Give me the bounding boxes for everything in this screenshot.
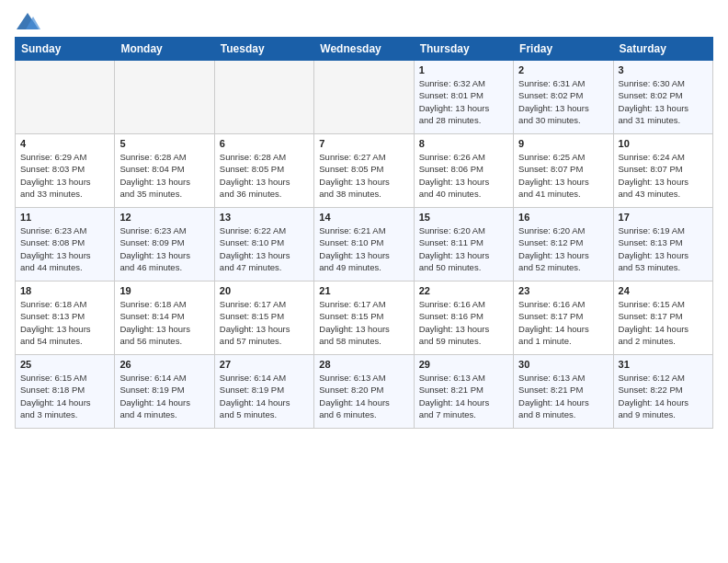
weekday-header-wednesday: Wednesday — [314, 38, 414, 61]
day-number: 18 — [20, 285, 109, 296]
day-info: Sunrise: 6:14 AM Sunset: 8:19 PM Dayligh… — [220, 372, 309, 420]
logo-icon — [15, 11, 40, 33]
calendar-cell: 5Sunrise: 6:28 AM Sunset: 8:04 PM Daylig… — [115, 134, 214, 208]
day-number: 15 — [419, 212, 508, 223]
day-number: 20 — [220, 285, 309, 296]
day-number: 27 — [220, 359, 309, 370]
weekday-header-friday: Friday — [514, 38, 613, 61]
day-info: Sunrise: 6:28 AM Sunset: 8:04 PM Dayligh… — [119, 151, 209, 200]
day-info: Sunrise: 6:29 AM Sunset: 8:03 PM Dayligh… — [20, 151, 109, 200]
day-info: Sunrise: 6:13 AM Sunset: 8:20 PM Dayligh… — [319, 372, 408, 420]
header — [15, 11, 713, 33]
day-info: Sunrise: 6:16 AM Sunset: 8:16 PM Dayligh… — [419, 298, 508, 347]
weekday-header-sunday: Sunday — [16, 38, 115, 61]
logo — [15, 11, 44, 33]
calendar-cell: 29Sunrise: 6:13 AM Sunset: 8:21 PM Dayli… — [414, 355, 513, 429]
day-number: 24 — [619, 285, 708, 296]
calendar-cell: 24Sunrise: 6:15 AM Sunset: 8:17 PM Dayli… — [613, 282, 712, 355]
day-number: 9 — [518, 138, 608, 149]
day-info: Sunrise: 6:21 AM Sunset: 8:10 PM Dayligh… — [319, 224, 408, 273]
day-info: Sunrise: 6:12 AM Sunset: 8:22 PM Dayligh… — [619, 372, 708, 420]
day-info: Sunrise: 6:15 AM Sunset: 8:18 PM Dayligh… — [20, 372, 109, 420]
weekday-header-thursday: Thursday — [414, 38, 513, 61]
calendar-cell: 3Sunrise: 6:30 AM Sunset: 8:02 PM Daylig… — [613, 61, 712, 134]
calendar-table: SundayMondayTuesdayWednesdayThursdayFrid… — [15, 37, 713, 429]
calendar-cell: 15Sunrise: 6:20 AM Sunset: 8:11 PM Dayli… — [414, 208, 513, 282]
day-number: 3 — [619, 64, 708, 75]
day-number: 30 — [518, 359, 608, 370]
day-number: 25 — [20, 359, 109, 370]
calendar-cell: 7Sunrise: 6:27 AM Sunset: 8:05 PM Daylig… — [314, 134, 414, 208]
day-number: 16 — [518, 212, 608, 223]
calendar-week-2: 4Sunrise: 6:29 AM Sunset: 8:03 PM Daylig… — [16, 134, 713, 208]
day-info: Sunrise: 6:28 AM Sunset: 8:05 PM Dayligh… — [220, 151, 309, 200]
day-number: 19 — [119, 285, 209, 296]
calendar-cell: 28Sunrise: 6:13 AM Sunset: 8:20 PM Dayli… — [314, 355, 414, 429]
calendar-cell: 25Sunrise: 6:15 AM Sunset: 8:18 PM Dayli… — [16, 355, 115, 429]
day-info: Sunrise: 6:22 AM Sunset: 8:10 PM Dayligh… — [220, 224, 309, 273]
day-number: 26 — [119, 359, 209, 370]
calendar-cell: 16Sunrise: 6:20 AM Sunset: 8:12 PM Dayli… — [514, 208, 613, 282]
day-number: 7 — [319, 138, 408, 149]
day-number: 11 — [20, 212, 109, 223]
day-number: 6 — [220, 138, 309, 149]
calendar-cell: 21Sunrise: 6:17 AM Sunset: 8:15 PM Dayli… — [314, 282, 414, 355]
day-number: 4 — [20, 138, 109, 149]
day-number: 17 — [619, 212, 708, 223]
day-info: Sunrise: 6:18 AM Sunset: 8:14 PM Dayligh… — [119, 298, 209, 347]
day-info: Sunrise: 6:15 AM Sunset: 8:17 PM Dayligh… — [619, 298, 708, 347]
day-number: 21 — [319, 285, 408, 296]
calendar-cell: 30Sunrise: 6:13 AM Sunset: 8:21 PM Dayli… — [514, 355, 613, 429]
page: SundayMondayTuesdayWednesdayThursdayFrid… — [0, 0, 728, 563]
day-info: Sunrise: 6:23 AM Sunset: 8:08 PM Dayligh… — [20, 224, 109, 273]
day-number: 10 — [619, 138, 708, 149]
calendar-cell: 22Sunrise: 6:16 AM Sunset: 8:16 PM Dayli… — [414, 282, 513, 355]
day-info: Sunrise: 6:23 AM Sunset: 8:09 PM Dayligh… — [119, 224, 209, 273]
calendar-cell: 20Sunrise: 6:17 AM Sunset: 8:15 PM Dayli… — [214, 282, 313, 355]
calendar-cell — [314, 61, 414, 134]
day-number: 29 — [419, 359, 508, 370]
day-info: Sunrise: 6:27 AM Sunset: 8:05 PM Dayligh… — [319, 151, 408, 200]
day-info: Sunrise: 6:26 AM Sunset: 8:06 PM Dayligh… — [419, 151, 508, 200]
weekday-header-monday: Monday — [115, 38, 214, 61]
day-info: Sunrise: 6:32 AM Sunset: 8:01 PM Dayligh… — [419, 77, 508, 126]
day-info: Sunrise: 6:14 AM Sunset: 8:19 PM Dayligh… — [119, 372, 209, 420]
day-number: 22 — [419, 285, 508, 296]
day-info: Sunrise: 6:17 AM Sunset: 8:15 PM Dayligh… — [220, 298, 309, 347]
day-info: Sunrise: 6:19 AM Sunset: 8:13 PM Dayligh… — [619, 224, 708, 273]
calendar-cell: 31Sunrise: 6:12 AM Sunset: 8:22 PM Dayli… — [613, 355, 712, 429]
weekday-header-saturday: Saturday — [613, 38, 712, 61]
day-info: Sunrise: 6:31 AM Sunset: 8:02 PM Dayligh… — [518, 77, 608, 126]
calendar-cell: 13Sunrise: 6:22 AM Sunset: 8:10 PM Dayli… — [214, 208, 313, 282]
calendar-cell — [214, 61, 313, 134]
calendar-cell: 19Sunrise: 6:18 AM Sunset: 8:14 PM Dayli… — [115, 282, 214, 355]
day-number: 14 — [319, 212, 408, 223]
calendar-cell: 26Sunrise: 6:14 AM Sunset: 8:19 PM Dayli… — [115, 355, 214, 429]
day-number: 8 — [419, 138, 508, 149]
calendar-week-4: 18Sunrise: 6:18 AM Sunset: 8:13 PM Dayli… — [16, 282, 713, 355]
calendar-cell: 12Sunrise: 6:23 AM Sunset: 8:09 PM Dayli… — [115, 208, 214, 282]
calendar-cell: 2Sunrise: 6:31 AM Sunset: 8:02 PM Daylig… — [514, 61, 613, 134]
calendar-cell: 27Sunrise: 6:14 AM Sunset: 8:19 PM Dayli… — [214, 355, 313, 429]
calendar-cell: 1Sunrise: 6:32 AM Sunset: 8:01 PM Daylig… — [414, 61, 513, 134]
calendar-cell — [16, 61, 115, 134]
calendar-week-3: 11Sunrise: 6:23 AM Sunset: 8:08 PM Dayli… — [16, 208, 713, 282]
day-number: 2 — [518, 64, 608, 75]
day-info: Sunrise: 6:13 AM Sunset: 8:21 PM Dayligh… — [518, 372, 608, 420]
day-number: 12 — [119, 212, 209, 223]
calendar-week-1: 1Sunrise: 6:32 AM Sunset: 8:01 PM Daylig… — [16, 61, 713, 134]
calendar-cell: 8Sunrise: 6:26 AM Sunset: 8:06 PM Daylig… — [414, 134, 513, 208]
day-number: 13 — [220, 212, 309, 223]
day-number: 1 — [419, 64, 508, 75]
day-info: Sunrise: 6:30 AM Sunset: 8:02 PM Dayligh… — [619, 77, 708, 126]
calendar-cell: 4Sunrise: 6:29 AM Sunset: 8:03 PM Daylig… — [16, 134, 115, 208]
calendar-cell: 18Sunrise: 6:18 AM Sunset: 8:13 PM Dayli… — [16, 282, 115, 355]
day-number: 31 — [619, 359, 708, 370]
day-number: 23 — [518, 285, 608, 296]
weekday-header-tuesday: Tuesday — [214, 38, 313, 61]
calendar-cell: 6Sunrise: 6:28 AM Sunset: 8:05 PM Daylig… — [214, 134, 313, 208]
calendar-header-row: SundayMondayTuesdayWednesdayThursdayFrid… — [16, 38, 713, 61]
calendar-cell: 9Sunrise: 6:25 AM Sunset: 8:07 PM Daylig… — [514, 134, 613, 208]
day-info: Sunrise: 6:13 AM Sunset: 8:21 PM Dayligh… — [419, 372, 508, 420]
calendar-cell: 14Sunrise: 6:21 AM Sunset: 8:10 PM Dayli… — [314, 208, 414, 282]
